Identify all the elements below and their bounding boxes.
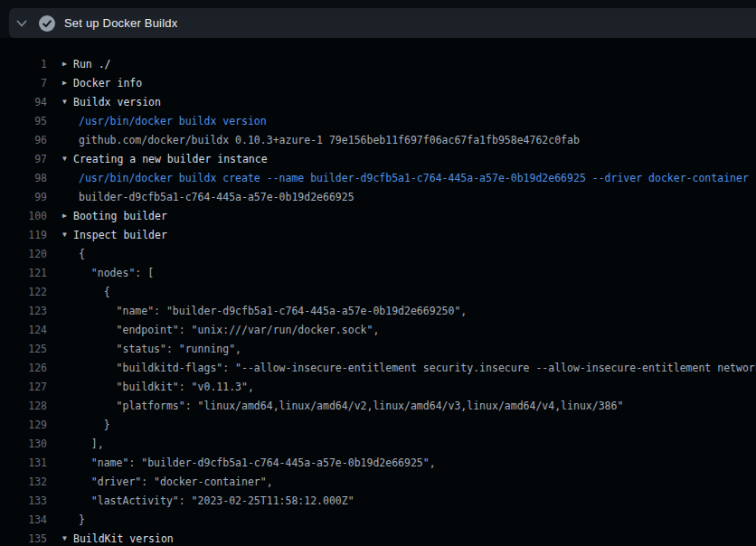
actions-log-panel: Set up Docker Buildx 1▶Run ./7▶Docker in…	[0, 0, 756, 546]
log-group-header[interactable]: ▼Buildx version	[62, 96, 161, 108]
triangle-expanded-icon[interactable]: ▼	[62, 98, 73, 106]
log-line: 7▶Docker info	[0, 73, 756, 92]
log-output-text: "nodes": [	[62, 267, 154, 279]
log-line-number[interactable]: 94	[0, 96, 47, 108]
log-line: 129 }	[0, 415, 756, 434]
log-group-header[interactable]: ▶Docker info	[62, 77, 142, 89]
log-line: 124 "endpoint": "unix:///var/run/docker.…	[0, 320, 756, 339]
log-output-text: github.com/docker/buildx 0.10.3+azure-1 …	[62, 134, 580, 146]
log-group-header[interactable]: ▼Creating a new builder instance	[62, 153, 268, 165]
log-line: 122 {	[0, 282, 756, 301]
log-output-text: "endpoint": "unix:///var/run/docker.sock…	[62, 324, 379, 336]
log-command-text: /usr/bin/docker buildx create --name bui…	[62, 172, 749, 184]
log-line-number[interactable]: 125	[0, 343, 47, 355]
log-output-text: }	[62, 419, 110, 431]
log-line: 123 "name": "builder-d9cfb5a1-c764-445a-…	[0, 301, 756, 320]
log-line-number[interactable]: 100	[0, 210, 47, 222]
log-line-number[interactable]: 1	[0, 58, 47, 71]
log-output-text: "name": "builder-d9cfb5a1-c764-445a-a57e…	[62, 457, 436, 469]
log-line: 97▼Creating a new builder instance	[0, 149, 756, 168]
log-line-number[interactable]: 129	[0, 419, 47, 431]
log-line: 98/usr/bin/docker buildx create --name b…	[0, 168, 756, 187]
log-line-number[interactable]: 96	[0, 134, 47, 146]
log-line-number[interactable]: 127	[0, 381, 47, 393]
log-line: 134}	[0, 510, 756, 529]
log-output-text: "name": "builder-d9cfb5a1-c764-445a-a57e…	[62, 305, 467, 317]
log-line: 96github.com/docker/buildx 0.10.3+azure-…	[0, 130, 756, 149]
log-output-text: {	[62, 248, 85, 260]
log-command-text: /usr/bin/docker buildx version	[62, 115, 267, 127]
log-line: 126 "buildkitd-flags": "--allow-insecure…	[0, 358, 756, 377]
log-output-text: {	[62, 286, 110, 298]
log-group-title: BuildKit version	[73, 532, 174, 545]
log-group-header[interactable]: ▼BuildKit version	[62, 532, 174, 545]
log-line-number[interactable]: 128	[0, 400, 47, 412]
log-group-title: Creating a new builder instance	[73, 153, 268, 165]
triangle-collapsed-icon[interactable]: ▶	[62, 60, 73, 68]
triangle-expanded-icon[interactable]: ▼	[62, 155, 73, 163]
log-group-header[interactable]: ▶Booting builder	[62, 210, 167, 222]
log-output-text: "platforms": "linux/amd64,linux/amd64/v2…	[62, 400, 623, 412]
log-line-number[interactable]: 119	[0, 229, 47, 241]
log-line: 119▼Inspect builder	[0, 225, 756, 244]
log-line: 125 "status": "running",	[0, 339, 756, 358]
log-line: 94▼Buildx version	[0, 92, 756, 111]
log-line-number[interactable]: 122	[0, 286, 47, 298]
log-line: 120{	[0, 244, 756, 263]
log-line-number[interactable]: 97	[0, 153, 47, 165]
log-output-text: "status": "running",	[62, 343, 241, 355]
log-line: 128 "platforms": "linux/amd64,linux/amd6…	[0, 396, 756, 415]
log-group-title: Booting builder	[73, 210, 167, 222]
log-line: 127 "buildkit": "v0.11.3",	[0, 377, 756, 396]
log-line-number[interactable]: 133	[0, 494, 47, 507]
log-output-text: "buildkit": "v0.11.3",	[62, 381, 254, 393]
log-output-text: "lastActivity": "2023-02-25T11:58:12.000…	[62, 494, 354, 507]
log-group-header[interactable]: ▶Run ./	[62, 58, 111, 71]
log-console: 1▶Run ./7▶Docker info94▼Buildx version95…	[0, 38, 756, 546]
log-output-text: "buildkitd-flags": "--allow-insecure-ent…	[62, 362, 756, 374]
step-header[interactable]: Set up Docker Buildx	[9, 8, 756, 38]
log-group-header[interactable]: ▼Inspect builder	[62, 229, 167, 241]
log-line-number[interactable]: 135	[0, 532, 47, 545]
triangle-expanded-icon[interactable]: ▼	[62, 534, 73, 542]
log-line-number[interactable]: 130	[0, 438, 47, 450]
triangle-collapsed-icon[interactable]: ▶	[62, 79, 73, 87]
triangle-collapsed-icon[interactable]: ▶	[62, 212, 73, 220]
log-output-text: "driver": "docker-container",	[62, 475, 273, 488]
log-line: 1▶Run ./	[0, 54, 756, 73]
log-line: 99builder-d9cfb5a1-c764-445a-a57e-0b19d2…	[0, 187, 756, 206]
log-line: 121 "nodes": [	[0, 263, 756, 282]
log-line-number[interactable]: 99	[0, 191, 47, 203]
log-line: 135▼BuildKit version	[0, 529, 756, 546]
log-output-text: builder-d9cfb5a1-c764-445a-a57e-0b19d2e6…	[62, 191, 354, 203]
step-title: Set up Docker Buildx	[64, 16, 177, 30]
log-line-number[interactable]: 7	[0, 77, 47, 89]
log-line-number[interactable]: 134	[0, 513, 47, 526]
log-line-number[interactable]: 98	[0, 172, 47, 184]
log-line: 95/usr/bin/docker buildx version	[0, 111, 756, 130]
log-line-number[interactable]: 95	[0, 115, 47, 127]
log-line-number[interactable]: 123	[0, 305, 47, 317]
log-line-number[interactable]: 126	[0, 362, 47, 374]
log-line-number[interactable]: 124	[0, 324, 47, 336]
check-circle-icon	[39, 15, 55, 32]
log-line-number[interactable]: 131	[0, 457, 47, 469]
log-line: 133 "lastActivity": "2023-02-25T11:58:12…	[0, 491, 756, 510]
log-line-number[interactable]: 121	[0, 267, 47, 279]
log-line-number[interactable]: 132	[0, 475, 47, 488]
step-header-band: Set up Docker Buildx	[0, 0, 756, 38]
log-group-title: Inspect builder	[73, 229, 167, 241]
chevron-down-icon[interactable]	[16, 19, 27, 28]
log-line: 131 "name": "builder-d9cfb5a1-c764-445a-…	[0, 453, 756, 472]
log-line: 132 "driver": "docker-container",	[0, 472, 756, 491]
log-line: 100▶Booting builder	[0, 206, 756, 225]
log-output-text: ],	[62, 438, 104, 450]
log-group-title: Docker info	[73, 77, 142, 89]
log-line-number[interactable]: 120	[0, 248, 47, 260]
log-line: 130 ],	[0, 434, 756, 453]
log-group-title: Run ./	[73, 58, 111, 71]
triangle-expanded-icon[interactable]: ▼	[62, 231, 73, 239]
log-group-title: Buildx version	[73, 96, 161, 108]
log-output-text: }	[62, 513, 85, 526]
